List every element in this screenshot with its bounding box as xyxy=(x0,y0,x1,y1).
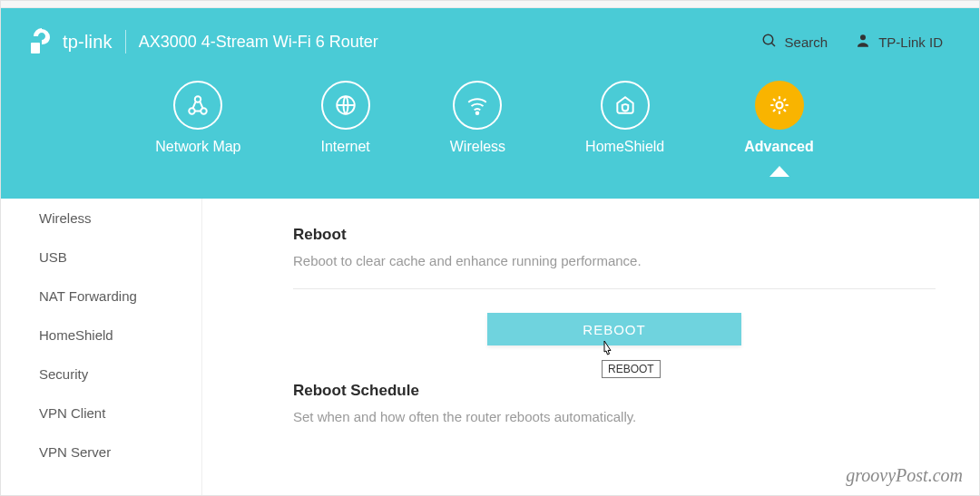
svg-point-3 xyxy=(860,34,866,40)
watermark: groovyPost.com xyxy=(846,465,963,486)
nav-wireless[interactable]: Wireless xyxy=(450,81,505,155)
gear-icon xyxy=(755,81,804,130)
nav-label: Wireless xyxy=(450,139,505,155)
product-name: AX3000 4-Stream Wi-Fi 6 Router xyxy=(139,33,378,52)
nav-internet[interactable]: Internet xyxy=(321,81,370,155)
svg-line-2 xyxy=(771,43,775,46)
search-icon xyxy=(761,33,778,52)
sidebar-item-security[interactable]: Security xyxy=(21,355,201,394)
reboot-section-title: Reboot xyxy=(293,226,936,244)
nav-advanced[interactable]: Advanced xyxy=(744,81,813,155)
brand-logo[interactable]: tp-link xyxy=(26,27,113,56)
sidebar-item-homeshield[interactable]: HomeShield xyxy=(21,316,201,355)
svg-point-6 xyxy=(201,108,208,114)
brand-name: tp-link xyxy=(63,32,113,53)
shield-home-icon xyxy=(601,81,650,130)
nav-label: HomeShield xyxy=(585,139,664,155)
window-top-strip xyxy=(1,1,979,8)
nav-network-map[interactable]: Network Map xyxy=(155,81,240,155)
network-map-icon xyxy=(173,81,222,130)
reboot-section-desc: Reboot to clear cache and enhance runnin… xyxy=(293,253,936,268)
reboot-button[interactable]: REBOOT xyxy=(487,313,741,345)
search-button[interactable]: Search xyxy=(761,33,828,52)
sidebar-item-nat-forwarding[interactable]: NAT Forwarding xyxy=(21,277,201,316)
svg-point-8 xyxy=(476,112,479,114)
wifi-icon xyxy=(453,81,502,130)
svg-point-9 xyxy=(776,102,782,109)
sidebar-item-vpn-server[interactable]: VPN Server xyxy=(21,433,201,472)
body: Wireless USB NAT Forwarding HomeShield S… xyxy=(21,199,979,495)
header-bar: tp-link AX3000 4-Stream Wi-Fi 6 Router S… xyxy=(26,8,943,75)
search-label: Search xyxy=(785,34,828,50)
sidebar: Wireless USB NAT Forwarding HomeShield S… xyxy=(21,199,202,495)
nav-label: Network Map xyxy=(155,139,240,155)
svg-point-1 xyxy=(763,34,773,44)
header-actions: Search TP-Link ID xyxy=(761,33,943,52)
sidebar-item-usb[interactable]: USB xyxy=(21,238,201,277)
nav-label: Internet xyxy=(321,139,370,155)
globe-icon xyxy=(321,81,370,130)
content-area: Reboot Reboot to clear cache and enhance… xyxy=(202,199,979,495)
tplink-id-label: TP-Link ID xyxy=(878,34,943,50)
tplink-id-button[interactable]: TP-Link ID xyxy=(855,33,943,52)
main-nav: Network Map Internet Wireless HomeShield… xyxy=(26,81,943,155)
user-icon xyxy=(855,33,871,52)
divider xyxy=(293,288,936,289)
nav-homeshield[interactable]: HomeShield xyxy=(585,81,664,155)
schedule-section-title: Reboot Schedule xyxy=(293,382,936,400)
sidebar-item-wireless[interactable]: Wireless xyxy=(21,199,201,238)
reboot-tooltip: REBOOT xyxy=(602,360,661,378)
nav-label: Advanced xyxy=(744,139,813,155)
schedule-section-desc: Set when and how often the router reboot… xyxy=(293,409,936,424)
svg-point-5 xyxy=(190,108,196,114)
sidebar-item-vpn-client[interactable]: VPN Client xyxy=(21,394,201,433)
header: tp-link AX3000 4-Stream Wi-Fi 6 Router S… xyxy=(1,8,979,199)
header-divider xyxy=(125,30,126,53)
reboot-button-row: REBOOT REBOOT xyxy=(293,313,936,345)
tplink-logo-icon xyxy=(26,27,55,56)
svg-rect-0 xyxy=(31,43,40,53)
